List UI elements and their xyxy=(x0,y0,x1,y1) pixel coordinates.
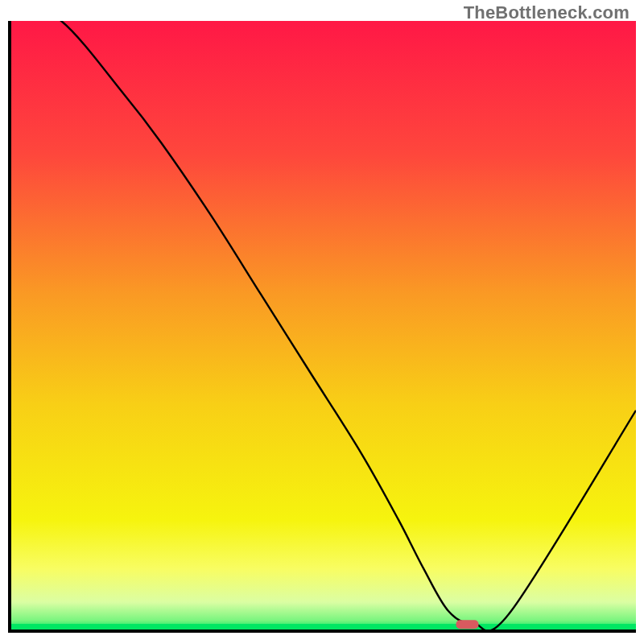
optimal-marker xyxy=(456,620,479,629)
gradient-rect xyxy=(11,21,636,630)
chart-svg xyxy=(11,21,636,630)
green-floor xyxy=(11,624,636,630)
chart-container xyxy=(8,21,636,633)
